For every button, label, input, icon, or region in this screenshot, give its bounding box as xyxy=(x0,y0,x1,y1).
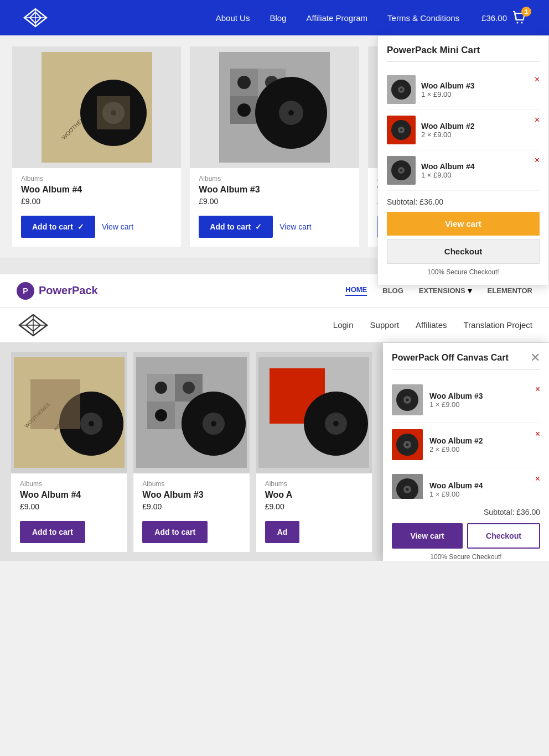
bottom-product-image-1: WOOTHEMES WOOTHEMES xyxy=(11,352,127,473)
nav-about[interactable]: About Us xyxy=(216,13,250,23)
bottom-product-card-1: WOOTHEMES WOOTHEMES Albums Woo Album #4 … xyxy=(11,352,127,552)
site2-nav-affiliates[interactable]: Affiliates xyxy=(416,320,447,330)
off-canvas-thumb-1 xyxy=(392,384,423,415)
off-canvas-item-info-1: Woo Album #3 1 × £9.00 xyxy=(429,392,540,409)
off-canvas-remove-1[interactable]: × xyxy=(535,384,540,394)
check-icon-2: ✓ xyxy=(255,222,262,231)
nav-blog[interactable]: Blog xyxy=(270,13,286,23)
off-canvas-remove-2[interactable]: × xyxy=(535,429,540,439)
site2-nav-translation[interactable]: Translation Project xyxy=(464,320,533,330)
mini-cart-item-name-2: Woo Album #2 xyxy=(421,122,540,131)
bottom-add-to-cart-3[interactable]: Ad xyxy=(265,521,300,543)
bottom-add-to-cart-1[interactable]: Add to cart xyxy=(20,521,85,543)
add-to-cart-label-2: Add to cart xyxy=(210,222,251,231)
svg-rect-43 xyxy=(30,379,80,429)
svg-point-42 xyxy=(89,421,94,426)
checkout-button[interactable]: Checkout xyxy=(387,239,540,264)
svg-point-1 xyxy=(521,22,523,24)
bottom-product-info-3: Albums Woo A £9.00 xyxy=(256,473,372,521)
bottom-section: P PowerPack HOME BLOG EXTENSIONS ▾ ELEME… xyxy=(0,274,549,561)
mini-cart-remove-3[interactable]: × xyxy=(535,156,540,165)
svg-point-27 xyxy=(237,103,251,117)
top-header: About Us Blog Affiliate Program Terms & … xyxy=(0,0,549,35)
off-canvas-item-info-2: Woo Album #2 2 × £9.00 xyxy=(429,436,540,453)
off-canvas-checkout-button[interactable]: Checkout xyxy=(467,523,540,549)
pp-extensions-link[interactable]: EXTENSIONS xyxy=(419,286,465,295)
bottom-product-info-2: Albums Woo Album #3 £9.00 xyxy=(133,473,249,521)
off-canvas-item-1: Woo Album #3 1 × £9.00 × xyxy=(392,378,540,423)
product-info-1: Albums Woo Album #4 £9.00 xyxy=(12,168,181,216)
mini-cart-item-info-3: Woo Album #4 1 × £9.00 xyxy=(421,162,540,179)
svg-point-5 xyxy=(400,88,402,91)
secure-checkout-text: 100% Secure Checkout! xyxy=(387,268,540,276)
nav-terms[interactable]: Terms & Conditions xyxy=(387,13,459,23)
product-image-2 xyxy=(190,46,359,168)
mini-cart-thumb-2 xyxy=(387,116,416,144)
bottom-product-price-1: £9.00 xyxy=(20,502,118,511)
product-category-1: Albums xyxy=(21,175,172,183)
bottom-product-card-2: Albums Woo Album #3 £9.00 Add to cart xyxy=(133,352,249,552)
view-cart-link-1[interactable]: View cart xyxy=(102,222,133,231)
mini-cart-remove-1[interactable]: × xyxy=(535,75,540,84)
off-canvas-close-button[interactable]: ✕ xyxy=(530,352,540,364)
view-cart-link-2[interactable]: View cart xyxy=(279,222,311,231)
off-canvas-item-2: Woo Album #2 2 × £9.00 × xyxy=(392,423,540,467)
mini-cart-remove-2[interactable]: × xyxy=(535,116,540,124)
view-cart-button[interactable]: View cart xyxy=(387,212,540,236)
pp-nav-home[interactable]: HOME xyxy=(345,285,367,296)
cart-button[interactable]: £36.00 1 xyxy=(481,10,527,25)
svg-point-25 xyxy=(237,76,251,89)
bottom-product-price-3: £9.00 xyxy=(265,502,363,511)
nav-affiliate[interactable]: Affiliate Program xyxy=(306,13,367,23)
off-canvas-cart: PowerPack Off Canvas Cart ✕ Woo Album #3… xyxy=(383,343,549,561)
pp-logo: P PowerPack xyxy=(17,282,98,300)
bottom-product-category-3: Albums xyxy=(265,480,363,488)
extensions-chevron-icon: ▾ xyxy=(468,285,472,296)
add-to-cart-button-1[interactable]: Add to cart ✓ xyxy=(21,216,95,238)
product-card-2: Albums Woo Album #3 £9.00 Add to cart ✓ … xyxy=(190,46,359,247)
add-to-cart-button-2[interactable]: Add to cart ✓ xyxy=(199,216,273,238)
svg-point-65 xyxy=(406,399,409,402)
off-canvas-item-qty-2: 2 × £9.00 xyxy=(429,445,540,453)
svg-point-0 xyxy=(517,22,519,24)
cart-total: £36.00 xyxy=(481,13,507,23)
svg-point-9 xyxy=(400,129,402,131)
pp-nav-blog[interactable]: BLOG xyxy=(382,286,403,295)
pp-nav-elementor[interactable]: ELEMENTOR xyxy=(488,286,532,295)
mini-cart-item-3: Woo Album #4 1 × £9.00 × xyxy=(387,150,540,191)
product-actions-1: Add to cart ✓ View cart xyxy=(12,216,181,238)
site2-nav-login[interactable]: Login xyxy=(333,320,354,330)
bottom-add-to-cart-2[interactable]: Add to cart xyxy=(142,521,208,543)
product-name-2: Woo Album #3 xyxy=(199,185,350,195)
svg-point-50 xyxy=(155,382,167,394)
off-canvas-item-info-3: Woo Album #4 1 × £9.00 xyxy=(429,481,540,498)
bottom-product-name-3: Woo A xyxy=(265,490,363,500)
off-canvas-item-name-2: Woo Album #2 xyxy=(429,436,540,445)
site2-logo xyxy=(17,312,50,338)
mini-cart-item-info-1: Woo Album #3 1 × £9.00 xyxy=(421,81,540,98)
off-canvas-buttons: View cart Checkout xyxy=(392,523,540,549)
svg-point-56 xyxy=(211,421,216,426)
bottom-product-price-2: £9.00 xyxy=(142,502,240,511)
top-nav: About Us Blog Affiliate Program Terms & … xyxy=(216,13,459,23)
off-canvas-remove-3[interactable]: × xyxy=(535,474,540,484)
bottom-product-card-3: Albums Woo A £9.00 Ad xyxy=(256,352,372,552)
mini-cart-subtotal: Subtotal: £36.00 xyxy=(387,191,540,212)
bottom-product-info-1: Albums Woo Album #4 £9.00 xyxy=(11,473,127,521)
site2-nav-support[interactable]: Support xyxy=(370,320,400,330)
bottom-product-actions-1: Add to cart xyxy=(11,521,127,543)
mini-cart-title: PowerPack Mini Cart xyxy=(387,45,540,62)
product-category-2: Albums xyxy=(199,175,350,183)
svg-point-31 xyxy=(288,110,294,116)
off-canvas-view-cart-button[interactable]: View cart xyxy=(392,523,463,549)
pp-nav-extensions[interactable]: EXTENSIONS ▾ xyxy=(419,285,472,296)
mini-cart-item-qty-1: 1 × £9.00 xyxy=(421,90,540,98)
product-price-1: £9.00 xyxy=(21,197,172,206)
svg-point-52 xyxy=(155,409,167,421)
product-name-1: Woo Album #4 xyxy=(21,185,172,195)
mini-cart-item-name-3: Woo Album #4 xyxy=(421,162,540,171)
off-canvas-bottom: Subtotal: £36.00 View cart Checkout 100%… xyxy=(392,499,540,561)
off-canvas-item-qty-1: 1 × £9.00 xyxy=(429,400,540,409)
off-canvas-item-name-3: Woo Album #4 xyxy=(429,481,540,490)
off-canvas-title-text: PowerPack Off Canvas Cart xyxy=(392,353,509,363)
